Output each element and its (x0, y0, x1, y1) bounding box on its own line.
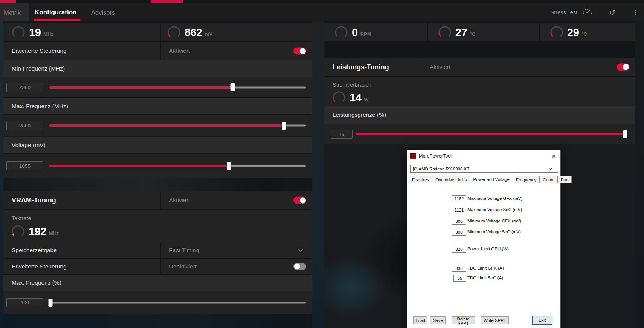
mpt-device-select[interactable]: [0] AMD Radeon RX 6900 XT (410, 165, 558, 173)
vram-state: Aktiviert (169, 197, 190, 204)
memory-timing-label: Speicherzeitgabe (12, 247, 57, 254)
power-limit-gpu-label: Power Limit GPU (W) (467, 247, 509, 251)
slider-thumb[interactable] (282, 122, 286, 130)
morepowertool-window: MorePowerTool ✕ [0] AMD Radeon RX 6900 X… (407, 150, 561, 328)
save-button[interactable]: Save (430, 316, 446, 324)
gpu-voltage-value: 862 (185, 27, 202, 38)
max-voltage-gfx-input[interactable] (452, 195, 466, 202)
voltage-slider[interactable] (49, 165, 306, 167)
advanced-control-toggle[interactable] (293, 48, 306, 55)
stress-test-button[interactable]: Stress Test (551, 9, 577, 15)
memory-timing-dropdown[interactable]: Fast Timing (161, 242, 312, 258)
tdc-limit-gfx-input[interactable] (452, 265, 466, 272)
slider-thumb[interactable] (227, 162, 231, 170)
max-voltage-gfx-label: Maximum Voltage GFX (mV) (467, 196, 522, 201)
vram-advanced-toggle[interactable] (293, 263, 306, 270)
write-sppt-button[interactable]: Write SPPT (481, 316, 509, 324)
mpt-titlebar[interactable]: MorePowerTool ✕ (407, 150, 560, 162)
mpt-tab-power-and-voltage[interactable]: Power and Voltage (470, 175, 513, 183)
vram-max-frequency-input[interactable] (6, 298, 43, 307)
tdc-limit-soc-input[interactable] (453, 275, 466, 282)
tdc-limit-gfx-label: TDC Limit GFX (A) (467, 266, 504, 270)
vram-max-frequency-slider[interactable] (49, 302, 306, 303)
kebab-menu-icon[interactable]: ⋮ (632, 9, 639, 16)
background-blur (3, 178, 312, 191)
slider-thumb[interactable] (623, 130, 627, 138)
fan-speed-unit: RPM (360, 31, 371, 37)
vram-max-frequency-label-row: Max. Frequenz (%) (3, 275, 312, 291)
chevron-down-icon[interactable] (298, 247, 303, 254)
exit-button[interactable]: Exit (532, 316, 552, 325)
top-red-fragment (0, 0, 16, 3)
min-frequency-input[interactable] (6, 83, 43, 92)
background-blur (324, 41, 635, 58)
fan-speed-gauge: 0 RPM (334, 25, 371, 40)
memory-timing-row: Speicherzeitgabe Fast Timing (3, 242, 312, 258)
tab-konfiguration[interactable]: Konfiguration (35, 9, 76, 16)
vram-toggle[interactable] (293, 197, 306, 204)
memory-timing-value[interactable]: Fast Timing (169, 247, 199, 254)
voltage-input[interactable] (6, 161, 43, 170)
min-voltage-gfx-label: Minimum Voltage GFX (mV) (467, 219, 521, 223)
vram-max-frequency-label: Max. Frequenz (%) (12, 279, 61, 286)
mpt-tab-strip: Features Overdrive Limits Power and Volt… (409, 175, 559, 183)
load-button[interactable]: Load (413, 316, 427, 324)
mpt-tab-frequency[interactable]: Frequency (513, 176, 540, 183)
power-consumption-value: 14 (349, 92, 361, 103)
advanced-control-state: Aktiviert (169, 48, 190, 54)
gpu-temp-gauge: 27 °C (438, 25, 475, 40)
gpu-temp-unit: °C (470, 31, 475, 37)
app-window: Metrik Konfiguration Advisors Stress Tes… (0, 0, 644, 328)
power-limit-input[interactable] (331, 130, 353, 139)
power-limit-slider[interactable] (356, 133, 627, 135)
max-frequency-slider-row (3, 115, 312, 136)
max-frequency-input[interactable] (6, 121, 43, 130)
vram-clock-gauge: 192 MHz (11, 224, 59, 239)
background-strip (312, 21, 324, 328)
gpu-frequency-value: 19 (29, 27, 41, 38)
min-frequency-label: Min Frequenz (MHz) (12, 65, 65, 72)
advanced-control-row: Erweiterte Steuerung Aktiviert (3, 42, 312, 60)
gpu-temp-value: 27 (455, 27, 467, 38)
delete-sppt-button[interactable]: Delete SPPT (452, 316, 475, 324)
reset-icon[interactable]: ↺ (609, 8, 615, 17)
power-limit-slider-row (324, 124, 635, 144)
close-icon[interactable]: ✕ (547, 150, 560, 162)
tab-metrik-label[interactable]: Metrik (4, 9, 21, 16)
min-frequency-slider[interactable] (49, 86, 306, 88)
voltage-slider-row (3, 154, 312, 178)
min-voltage-soc-input[interactable] (452, 229, 466, 236)
vram-tuning-card: VRAM-Tuning Aktiviert Taktrate 192 MHz S… (3, 191, 312, 314)
junction-temp-gauge: 29 °C (549, 25, 587, 40)
voltage-label: Voltage (mV) (12, 142, 46, 149)
power-title: Leistungs-Tuning (333, 63, 389, 71)
tab-advisors[interactable]: Advisors (91, 9, 115, 16)
min-frequency-slider-row (3, 77, 312, 97)
max-voltage-soc-input[interactable] (452, 207, 466, 213)
power-limit-gpu-input[interactable] (452, 246, 466, 253)
power-consumption-gauge: 14 W (332, 90, 369, 105)
junction-temp-unit: °C (581, 31, 587, 37)
min-voltage-gfx-input[interactable] (452, 218, 466, 225)
power-consumption-unit: W (364, 97, 368, 102)
top-red-fragment (151, 0, 183, 3)
mpt-tab-curve[interactable]: Curve (539, 176, 558, 183)
power-consumption-section: Stromverbrauch 14 W (324, 77, 635, 106)
mpt-app-icon (410, 153, 416, 159)
gpu-voltage-gauge: 862 mV (167, 25, 212, 40)
background-blur (3, 314, 312, 328)
slider-thumb[interactable] (230, 83, 235, 91)
max-frequency-slider[interactable] (49, 125, 306, 127)
mpt-tab-features[interactable]: Features (409, 176, 432, 183)
tdc-limit-soc-label: TDC Limit SoC (A) (467, 276, 503, 280)
chevron-down-icon (548, 167, 552, 170)
mpt-tab-fan[interactable]: Fan (557, 176, 572, 183)
mpt-tab-overdrive-limits[interactable]: Overdrive Limits (432, 176, 470, 183)
background-strip (0, 21, 3, 328)
gpu-frequency-unit: MHz (43, 31, 53, 37)
power-toggle[interactable] (617, 63, 629, 71)
voltage-label-row: Voltage (mV) (3, 137, 312, 153)
slider-thumb[interactable] (49, 299, 53, 307)
vram-clock-unit: MHz (49, 230, 59, 236)
stress-test-gauge-icon[interactable] (582, 8, 592, 16)
